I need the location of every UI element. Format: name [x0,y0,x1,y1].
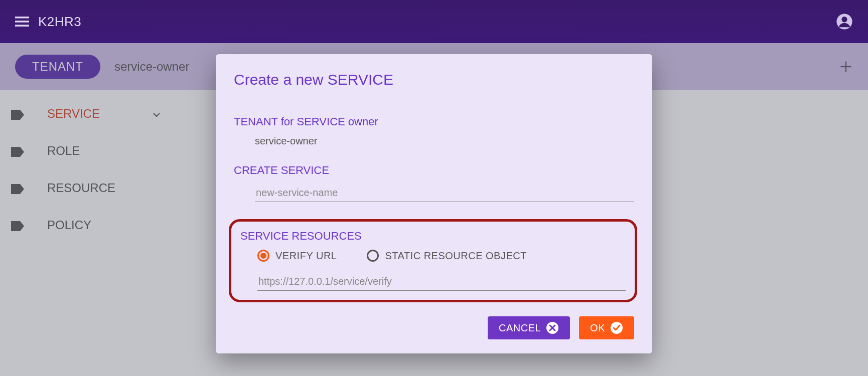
resources-label: SERVICE RESOURCES [240,230,626,243]
ok-button[interactable]: OK [579,316,634,339]
account-icon[interactable] [836,13,853,30]
app-title: K2HR3 [38,14,81,30]
dialog-title: Create a new SERVICE [234,71,634,88]
radio-icon [367,250,379,262]
service-name-input[interactable] [255,184,634,202]
menu-icon[interactable] [15,17,29,27]
radio-static-resource[interactable]: STATIC RESOURCE OBJECT [367,250,527,262]
cancel-button[interactable]: CANCEL [488,316,570,339]
radio-icon [257,250,269,262]
button-label: CANCEL [499,322,541,334]
button-label: OK [590,322,605,334]
verify-url-input[interactable] [257,273,626,291]
tenant-owner-label: TENANT for SERVICE owner [234,115,634,128]
radio-label: STATIC RESOURCE OBJECT [385,250,527,262]
create-service-dialog: Create a new SERVICE TENANT for SERVICE … [216,54,652,353]
check-circle-icon [610,321,623,334]
radio-verify-url[interactable]: VERIFY URL [257,250,337,262]
svg-point-4 [841,17,847,22]
tenant-owner-value: service-owner [234,135,634,147]
svg-rect-1 [15,21,29,23]
service-resources-highlight: SERVICE RESOURCES VERIFY URL STATIC RESO… [229,219,637,302]
svg-rect-2 [15,25,29,27]
app-header: K2HR3 [0,0,868,43]
svg-rect-0 [15,17,29,19]
create-service-label: CREATE SERVICE [234,164,634,177]
close-circle-icon [546,321,559,334]
radio-label: VERIFY URL [275,250,337,262]
